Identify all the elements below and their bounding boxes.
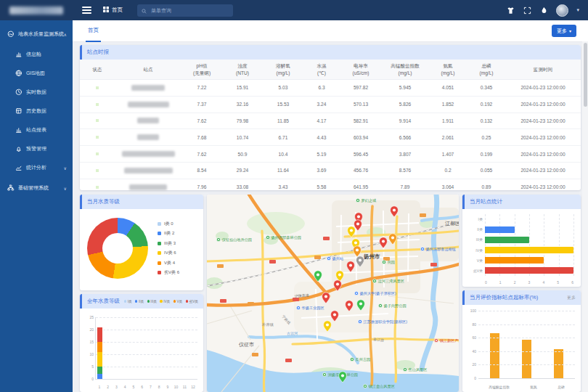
table-row[interactable]: 7.6279.9811.854.17582.919.9141.9110.1322…: [80, 113, 581, 130]
scrollbar-thumb[interactable]: [584, 43, 587, 107]
sidebar-item-预警管理[interactable]: 预警管理: [0, 139, 73, 158]
sidebar-toggle-icon[interactable]: [82, 7, 91, 14]
table-body: 7.2215.915.036.3597.825.9454.0510.345202…: [80, 80, 581, 196]
exceed-rate-panel: 当月评价指标站点超标率(%) 更多 020406080100 高锰酸盐指数氨氮总…: [462, 290, 581, 392]
hbar-row-V类: V类: [467, 257, 573, 264]
stations-map[interactable]: 扬州市江都区仪征市朴席镇沪陕高速春江路古运河宁扬线梦幻之城扬州站何园扬州东部客运…: [207, 195, 459, 392]
svg-text:瓜州古园: 瓜州古园: [356, 357, 371, 362]
cell-value: 1.852: [428, 102, 467, 107]
cell-value: 0.89: [467, 184, 505, 189]
cell-value: 9.914: [382, 118, 428, 123]
legend-item: 劣V类 6: [158, 269, 179, 276]
cell-value: 5.945: [382, 85, 428, 90]
cell-value: 5.58: [303, 184, 340, 189]
cell-value: 5.826: [382, 102, 428, 107]
breadcrumb-home[interactable]: 首页: [103, 7, 123, 14]
cell-value: 0.055: [467, 168, 505, 173]
search-input[interactable]: [150, 7, 229, 14]
table-row[interactable]: 7.6250.910.45.19596.453.8071.4070.199202…: [80, 146, 581, 163]
cell-value: 0.132: [467, 118, 505, 123]
base-system-icon: [7, 184, 15, 192]
theme-skin-icon[interactable]: [506, 6, 515, 15]
sidebar-item-label: 基础管理系统: [18, 184, 49, 192]
cell-value: 4.051: [428, 85, 467, 90]
svg-text:梦幻之城: 梦幻之城: [362, 198, 377, 203]
exceed-rate-bar: [554, 349, 563, 378]
sidebar-item-label: GIS地图: [26, 70, 45, 77]
table-row[interactable]: 7.6810.746.714.43603.946.5662.0610.25202…: [80, 129, 581, 146]
avatar[interactable]: [556, 4, 568, 17]
cell-value: 3.807: [382, 152, 428, 157]
cell-value: 2.061: [428, 135, 467, 140]
sidebar: 地表水质量监测系统∧信息舱GIS地图实时数据历史数据站点报表预警管理统计分析∨基…: [0, 20, 73, 392]
exceed-rate-x-axis: 高锰酸盐指数氨氮总磷: [478, 385, 575, 389]
table-row[interactable]: 8.5429.2411.643.69456.768.5760.20.055202…: [80, 163, 581, 179]
cell-value: 79.98: [222, 118, 263, 123]
column-header: 总磷(mg/L): [467, 62, 505, 75]
cell-monitor-time: 2024-01-23 12:00:00: [505, 102, 581, 107]
table-row[interactable]: 7.2215.915.036.3597.825.9454.0510.345202…: [80, 80, 581, 97]
station-name-redacted: [137, 118, 159, 123]
sidebar-item-实时数据[interactable]: 实时数据: [0, 83, 73, 102]
sidebar-item-label: 地表水质量监测系统: [18, 30, 64, 38]
cell-value: 582.91: [340, 118, 382, 123]
month-quality-panel: 当月水质等级 I类 0II类 2III类 3IV类 6V类 4劣V类 6: [80, 195, 203, 290]
chevron-up-icon: ∧: [64, 32, 67, 37]
column-header: 溶解氧(mg/L): [263, 62, 303, 75]
tab-home[interactable]: 首页: [86, 20, 101, 42]
cell-value: 1.911: [428, 118, 467, 123]
notification-icon[interactable]: [539, 6, 548, 15]
tab-home-label: 首页: [88, 27, 99, 34]
year-legend-item: III类: [147, 299, 157, 303]
exceed-rate-more-link[interactable]: 更多: [567, 295, 576, 301]
cell-value: 0.25: [467, 135, 505, 140]
svg-text:镇江金山风景区: 镇江金山风景区: [369, 384, 395, 389]
cell-value: 3.69: [303, 168, 340, 173]
column-header: 浊度(NTU): [222, 62, 263, 75]
sidebar-item-基础管理系统[interactable]: 基础管理系统∨: [0, 177, 73, 199]
station-report-icon: [15, 126, 23, 134]
cell-value: 641.95: [340, 184, 382, 189]
column-header: 高锰酸盐指数(mg/L): [382, 62, 428, 75]
menu-search[interactable]: [137, 4, 233, 17]
cell-value: 7.68: [181, 135, 222, 140]
alert-management-icon: [15, 145, 23, 152]
station-name-redacted: [122, 151, 175, 157]
table-row[interactable]: 7.3732.1615.533.24570.135.8261.8520.1922…: [80, 97, 581, 113]
panel-title-month-quality: 当月水质等级: [80, 195, 203, 209]
cell-value: 7.62: [181, 152, 222, 157]
year-quality-x-axis: 123456789101112: [95, 385, 197, 389]
sidebar-item-统计分析[interactable]: 统计分析∨: [0, 158, 73, 177]
year-legend-item: I类: [124, 299, 132, 303]
history-data-icon: [15, 107, 23, 115]
sidebar-item-地表水质量监测系统[interactable]: 地表水质量监测系统∧: [0, 23, 73, 45]
column-header: 站点: [115, 66, 181, 73]
svg-text:古运河: 古运河: [287, 331, 298, 336]
station-name-redacted: [131, 85, 165, 91]
search-icon: [142, 4, 147, 17]
legend-item: III类 3: [158, 240, 179, 247]
svg-text:扬子尚野公园: 扬子尚野公园: [384, 303, 407, 309]
stacked-bar-month-1: [97, 317, 102, 379]
chevron-down-icon[interactable]: ▾: [576, 7, 579, 13]
panel-title-exceed-rate: 当月评价指标站点超标率(%) 更多: [462, 290, 581, 305]
cell-value: 596.45: [340, 152, 382, 157]
page-scrollbar[interactable]: [582, 41, 588, 392]
station-report-panel: 站点时报 状态站点pH值(无量纲)浊度(NTU)溶解氧(mg/L)水温(℃)电导…: [80, 45, 581, 190]
donut-legend: I类 0II类 2III类 3IV类 6V类 4劣V类 6: [158, 221, 179, 277]
cell-value: 0.192: [467, 102, 505, 107]
sidebar-item-GIS地图[interactable]: GIS地图: [0, 64, 73, 83]
sidebar-item-历史数据[interactable]: 历史数据: [0, 102, 73, 121]
cell-value: 7.62: [181, 118, 222, 123]
fullscreen-icon[interactable]: [523, 6, 531, 15]
sidebar-item-信息舱[interactable]: 信息舱: [0, 45, 73, 64]
sidebar-menu: 地表水质量监测系统∧信息舱GIS地图实时数据历史数据站点报表预警管理统计分析∨基…: [0, 23, 73, 199]
cell-value: 3.24: [303, 102, 340, 107]
sidebar-item-label: 信息舱: [26, 51, 41, 58]
tabs-more-button[interactable]: 更多 ▾: [552, 25, 576, 37]
sidebar-item-站点报表[interactable]: 站点报表: [0, 121, 73, 139]
table-row[interactable]: 7.9633.083.435.58641.957.893.0640.892024…: [80, 179, 581, 196]
cell-value: 8.54: [181, 168, 222, 173]
cell-value: 8.576: [382, 168, 428, 173]
svg-text:朴席镇: 朴席镇: [261, 322, 274, 327]
